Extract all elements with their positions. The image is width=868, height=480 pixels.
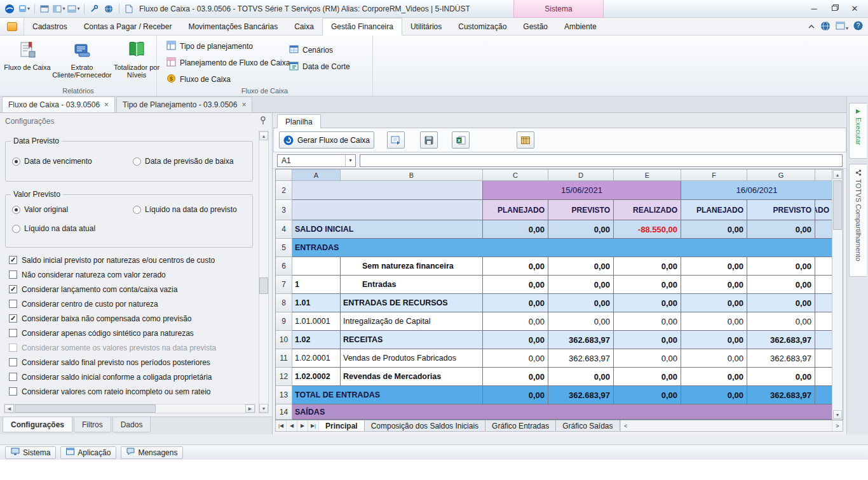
grid-cell[interactable]: 1.01.0001 [292, 312, 341, 331]
measure-header-cell[interactable]: PREVISTO [747, 200, 815, 220]
grid-cell[interactable]: 362.683,97 [747, 331, 815, 349]
grid-cell[interactable] [292, 257, 341, 276]
grid-corner[interactable] [276, 170, 292, 181]
grid-cell[interactable] [815, 331, 833, 349]
radio-liquido-na-data-atual[interactable]: Líquido na data atual [12, 224, 95, 233]
formula-input[interactable] [360, 154, 843, 167]
name-box[interactable]: A1 ▼ [277, 154, 356, 167]
grid-cell[interactable] [815, 386, 833, 404]
column-header-e[interactable]: E [614, 170, 681, 181]
row-header[interactable]: 2 [276, 181, 292, 200]
ribbon-button-extrato-cliente-fornecedor[interactable]: Extrato Cliente/Fornecedor [57, 38, 107, 84]
doc-tab-tipo-de-planejamento-03-9-0506[interactable]: Tipo de Planejamento - 03.9.0506× [116, 97, 252, 112]
radio-data-de-previsao-de-baixa[interactable]: Data de previsão de baixa [133, 157, 233, 166]
grid-cell[interactable]: 0,00 [548, 368, 614, 386]
restore-button[interactable] [825, 1, 844, 15]
scroll-left-icon[interactable]: ◀ [4, 404, 14, 413]
ribbon-button-fluxo-de-caixa[interactable]: Fluxo de Caixa [3, 38, 52, 84]
view-options-icon[interactable]: ▾ [67, 3, 81, 15]
row-header[interactable]: 8 [276, 294, 292, 312]
statusbar-button-sistema[interactable]: Sistema [5, 446, 56, 459]
window-layout-icon[interactable]: ▾ [52, 3, 66, 15]
tab-planilha[interactable]: Planilha [277, 114, 321, 128]
close-button[interactable]: ✕ [845, 1, 864, 15]
grid-cell[interactable]: ENTRADAS DE RECURSOS [341, 294, 483, 312]
generate-cashflow-button[interactable]: Gerar Fluxo de Caixa [279, 131, 374, 149]
grid-cell[interactable]: 0,00 [614, 276, 681, 294]
scrollbar-thumb[interactable] [15, 404, 156, 413]
ribbon-item-tipo-de-planejamento[interactable]: Tipo de planejamento [165, 41, 292, 52]
new-window-icon[interactable] [37, 3, 51, 15]
sheet-nav-last-icon[interactable]: ▶| [308, 420, 319, 431]
menu-tab-customizacao[interactable]: Customização [450, 18, 515, 35]
measure-header-cell[interactable]: PLANEJADO [681, 200, 747, 220]
grid-cell[interactable]: 362.683,97 [747, 349, 815, 368]
grid-cell[interactable]: -88.550,00 [614, 220, 681, 239]
grid-cell[interactable]: 0,00 [681, 276, 747, 294]
minimize-button[interactable]: ─ [804, 1, 824, 15]
horizontal-scrollbar[interactable]: ◀ ▶ [4, 404, 255, 413]
panel-tab-configuracoes[interactable]: Configurações [3, 417, 72, 432]
grid-cell[interactable]: 0,00 [548, 257, 614, 276]
grid-cell[interactable]: 0,00 [747, 368, 815, 386]
grid-cell[interactable]: 362.683,97 [548, 331, 614, 349]
menu-tab-movimentacoes-bancarias[interactable]: Movimentações Bancárias [180, 18, 286, 35]
grid-cell[interactable]: 0,00 [747, 257, 815, 276]
radio-valor-original[interactable]: Valor original [12, 205, 68, 214]
network-icon[interactable] [820, 21, 831, 33]
sheet-nav-next-icon[interactable]: ▶ [297, 420, 308, 431]
globe-icon[interactable] [102, 3, 116, 15]
grid-cell[interactable]: 0,00 [747, 276, 815, 294]
grid-cell[interactable] [815, 276, 833, 294]
titlebar-sistema-tab[interactable]: Sistema [513, 0, 604, 18]
vertical-scrollbar[interactable]: ▲ ▼ [259, 131, 269, 413]
grid-cell[interactable]: 0,00 [548, 312, 614, 331]
save-button[interactable] [420, 131, 438, 149]
measure-header-cell[interactable]: REALIZADO [614, 200, 681, 220]
grid-cell[interactable]: Entradas [341, 276, 483, 294]
menu-tab-utilitarios[interactable]: Utilitários [402, 18, 450, 35]
grid-cell[interactable] [292, 200, 483, 220]
export-excel-button[interactable]: X [452, 131, 470, 149]
grid-cell[interactable]: 0,00 [614, 294, 681, 312]
grid-cell[interactable]: 0,00 [483, 294, 548, 312]
grid-cell[interactable]: Intregalização de Capital [341, 312, 483, 331]
grid-cell[interactable]: 0,00 [614, 349, 681, 368]
sheet-scroll-left-icon[interactable]: < [620, 420, 631, 431]
ribbon-item-cenarios[interactable]: Cenários [287, 44, 352, 56]
row-header[interactable]: 11 [276, 349, 292, 368]
grid-cell[interactable]: 362.683,97 [548, 349, 614, 368]
grid-cell[interactable] [815, 294, 833, 312]
grid-cell[interactable]: 0,00 [681, 257, 747, 276]
grid-cell[interactable]: 0,00 [614, 368, 681, 386]
column-header-b[interactable]: B [341, 170, 483, 181]
grid-cell[interactable]: 0,00 [483, 386, 548, 404]
checkbox-nao-considerar-natureza-com-valor-zerado[interactable]: Não considerar natureza com valor zerado [9, 267, 254, 282]
row-header[interactable]: 5 [276, 239, 292, 257]
scrollbar-thumb[interactable] [833, 180, 842, 230]
doc-tab-fluxo-de-caixa-03-9-0506[interactable]: Fluxo de Caixa - 03.9.0506× [2, 97, 115, 112]
grid-cell[interactable]: 0,00 [747, 294, 815, 312]
row-header[interactable]: 4 [276, 220, 292, 239]
grid-cell[interactable]: 0,00 [483, 312, 548, 331]
grid-cell[interactable]: 1.02.0001 [292, 349, 341, 368]
checkbox-considerar-baixa-nao-compensada-como-previsao[interactable]: ✓Considerar baixa não compensada como pr… [9, 311, 254, 326]
checkbox-considerar-valores-com-rateio-incompleto-ou-sem-rateio[interactable]: Considerar valores com rateio incompleto… [9, 384, 254, 399]
grid-cell[interactable]: 0,00 [483, 331, 548, 349]
sheet-scroll-right-icon[interactable]: > [832, 420, 843, 431]
layout-select-icon[interactable]: ▾ [836, 22, 848, 32]
column-header-partial[interactable] [815, 170, 833, 181]
radio-liquido-na-data-do-previsto[interactable]: Líquido na data do previsto [133, 205, 237, 214]
checkbox-considerar-somente-os-valores-previstos-na-data-prevista[interactable]: Considerar somente os valores previstos … [9, 340, 254, 355]
column-header-d[interactable]: D [548, 170, 614, 181]
grid-cell[interactable]: 362.683,97 [747, 386, 815, 404]
row-header[interactable]: 9 [276, 312, 292, 331]
row-header[interactable]: 13 [276, 386, 292, 404]
ribbon-item-planejamento-de-fluxo-de-caixa[interactable]: Planejamento de Fluxo de Caixa [165, 57, 292, 69]
row-header[interactable]: 14 [276, 404, 292, 420]
menu-tab-cadastros[interactable]: Cadastros [24, 18, 76, 35]
radio-data-de-vencimento[interactable]: Data de vencimento [12, 157, 92, 166]
panel-tab-filtros[interactable]: Filtros [74, 417, 111, 432]
date-header-cell[interactable]: 15/06/2021 [483, 181, 681, 200]
totvs-logo-icon[interactable] [3, 3, 17, 15]
